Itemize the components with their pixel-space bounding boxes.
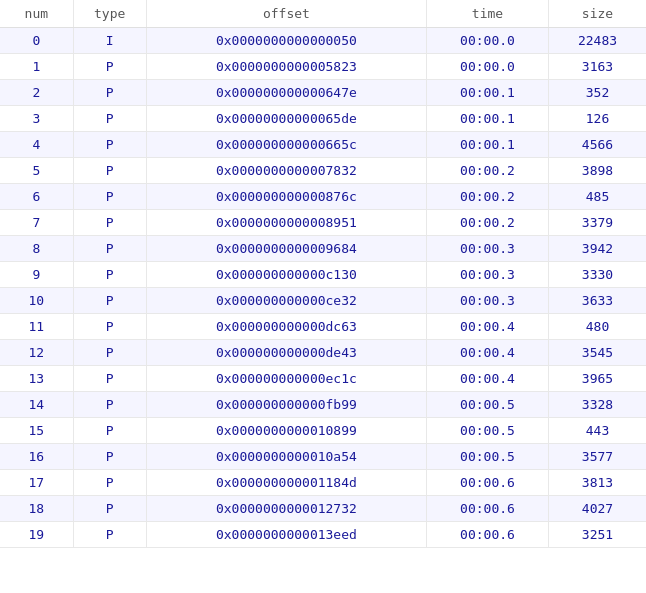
cell-num: 16	[0, 444, 73, 470]
cell-num: 3	[0, 106, 73, 132]
table-row: 0I0x000000000000005000:00.022483	[0, 28, 646, 54]
cell-size: 4027	[548, 496, 646, 522]
cell-num: 9	[0, 262, 73, 288]
cell-offset: 0x0000000000005823	[146, 54, 426, 80]
cell-size: 3633	[548, 288, 646, 314]
cell-num: 7	[0, 210, 73, 236]
cell-num: 17	[0, 470, 73, 496]
table-row: 16P0x0000000000010a5400:00.53577	[0, 444, 646, 470]
cell-type: P	[73, 340, 146, 366]
cell-offset: 0x0000000000010a54	[146, 444, 426, 470]
cell-time: 00:00.0	[427, 28, 549, 54]
cell-num: 2	[0, 80, 73, 106]
cell-size: 22483	[548, 28, 646, 54]
cell-time: 00:00.6	[427, 522, 549, 548]
cell-offset: 0x000000000000c130	[146, 262, 426, 288]
cell-num: 11	[0, 314, 73, 340]
cell-time: 00:00.1	[427, 80, 549, 106]
cell-size: 4566	[548, 132, 646, 158]
cell-num: 18	[0, 496, 73, 522]
cell-num: 4	[0, 132, 73, 158]
cell-size: 126	[548, 106, 646, 132]
table-row: 9P0x000000000000c13000:00.33330	[0, 262, 646, 288]
header-size: size	[548, 0, 646, 28]
cell-size: 3251	[548, 522, 646, 548]
cell-type: P	[73, 236, 146, 262]
cell-type: I	[73, 28, 146, 54]
cell-time: 00:00.2	[427, 210, 549, 236]
table-row: 19P0x0000000000013eed00:00.63251	[0, 522, 646, 548]
cell-size: 480	[548, 314, 646, 340]
cell-time: 00:00.4	[427, 314, 549, 340]
cell-num: 10	[0, 288, 73, 314]
table-row: 12P0x000000000000de4300:00.43545	[0, 340, 646, 366]
cell-num: 12	[0, 340, 73, 366]
cell-time: 00:00.5	[427, 418, 549, 444]
cell-size: 485	[548, 184, 646, 210]
header-num: num	[0, 0, 73, 28]
cell-offset: 0x0000000000009684	[146, 236, 426, 262]
cell-size: 3163	[548, 54, 646, 80]
header-type: type	[73, 0, 146, 28]
cell-offset: 0x000000000000ce32	[146, 288, 426, 314]
cell-offset: 0x00000000000065de	[146, 106, 426, 132]
cell-time: 00:00.2	[427, 158, 549, 184]
table-row: 4P0x000000000000665c00:00.14566	[0, 132, 646, 158]
cell-offset: 0x0000000000007832	[146, 158, 426, 184]
cell-offset: 0x0000000000000050	[146, 28, 426, 54]
data-table: num type offset time size 0I0x0000000000…	[0, 0, 646, 548]
cell-num: 14	[0, 392, 73, 418]
table-row: 14P0x000000000000fb9900:00.53328	[0, 392, 646, 418]
cell-time: 00:00.4	[427, 340, 549, 366]
cell-type: P	[73, 496, 146, 522]
table-row: 10P0x000000000000ce3200:00.33633	[0, 288, 646, 314]
cell-num: 15	[0, 418, 73, 444]
table-header-row: num type offset time size	[0, 0, 646, 28]
table-row: 18P0x000000000001273200:00.64027	[0, 496, 646, 522]
cell-offset: 0x000000000000ec1c	[146, 366, 426, 392]
cell-time: 00:00.4	[427, 366, 549, 392]
cell-size: 3545	[548, 340, 646, 366]
cell-time: 00:00.3	[427, 262, 549, 288]
cell-offset: 0x0000000000008951	[146, 210, 426, 236]
cell-num: 0	[0, 28, 73, 54]
cell-size: 3328	[548, 392, 646, 418]
cell-num: 19	[0, 522, 73, 548]
cell-offset: 0x0000000000010899	[146, 418, 426, 444]
table-row: 2P0x000000000000647e00:00.1352	[0, 80, 646, 106]
cell-num: 6	[0, 184, 73, 210]
cell-size: 443	[548, 418, 646, 444]
cell-num: 13	[0, 366, 73, 392]
cell-num: 1	[0, 54, 73, 80]
cell-type: P	[73, 80, 146, 106]
cell-time: 00:00.5	[427, 392, 549, 418]
cell-size: 3942	[548, 236, 646, 262]
cell-time: 00:00.1	[427, 132, 549, 158]
cell-type: P	[73, 288, 146, 314]
cell-size: 3379	[548, 210, 646, 236]
header-time: time	[427, 0, 549, 28]
cell-size: 3965	[548, 366, 646, 392]
cell-type: P	[73, 54, 146, 80]
table-row: 17P0x000000000001184d00:00.63813	[0, 470, 646, 496]
cell-offset: 0x000000000000665c	[146, 132, 426, 158]
cell-offset: 0x000000000000876c	[146, 184, 426, 210]
table-row: 13P0x000000000000ec1c00:00.43965	[0, 366, 646, 392]
cell-type: P	[73, 158, 146, 184]
cell-size: 3813	[548, 470, 646, 496]
cell-type: P	[73, 418, 146, 444]
cell-num: 5	[0, 158, 73, 184]
table-row: 5P0x000000000000783200:00.23898	[0, 158, 646, 184]
table-row: 15P0x000000000001089900:00.5443	[0, 418, 646, 444]
cell-time: 00:00.3	[427, 288, 549, 314]
cell-type: P	[73, 522, 146, 548]
cell-size: 3577	[548, 444, 646, 470]
cell-offset: 0x000000000000fb99	[146, 392, 426, 418]
cell-offset: 0x000000000000dc63	[146, 314, 426, 340]
cell-type: P	[73, 106, 146, 132]
table-row: 6P0x000000000000876c00:00.2485	[0, 184, 646, 210]
cell-size: 352	[548, 80, 646, 106]
cell-type: P	[73, 184, 146, 210]
cell-time: 00:00.5	[427, 444, 549, 470]
cell-type: P	[73, 470, 146, 496]
